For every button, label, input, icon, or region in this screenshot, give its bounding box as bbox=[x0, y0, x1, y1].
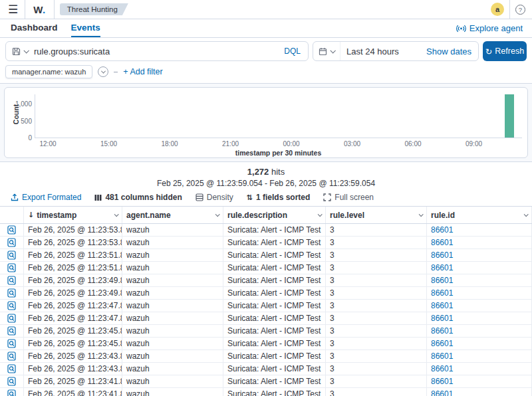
inspect-document-button[interactable] bbox=[0, 274, 24, 286]
rule-id-link[interactable]: 86601 bbox=[431, 314, 453, 323]
inspect-document-button[interactable] bbox=[0, 312, 24, 324]
rule-id-link[interactable]: 86601 bbox=[431, 364, 453, 373]
filter-pill-manager-name[interactable]: manager.name: wazuh bbox=[5, 65, 92, 78]
cell-rule-id: 86601 bbox=[427, 274, 532, 286]
header-agent-name[interactable]: agent.name bbox=[122, 207, 223, 223]
cell-agent-name: wazuh bbox=[122, 274, 223, 286]
rule-id-link[interactable]: 86601 bbox=[431, 250, 453, 260]
inspect-icon bbox=[7, 250, 16, 260]
tab-dashboard[interactable]: Dashboard bbox=[11, 19, 58, 37]
cell-rule-level: 3 bbox=[326, 363, 427, 375]
cell-rule-id: 86601 bbox=[427, 312, 532, 324]
refresh-button[interactable]: ↻ Refresh bbox=[483, 41, 527, 61]
cell-timestamp: Feb 26, 2025 @ 11:23:41.855 bbox=[24, 375, 122, 387]
inspect-document-button[interactable] bbox=[0, 375, 24, 387]
inspect-document-button[interactable] bbox=[0, 249, 24, 261]
rule-id-link[interactable]: 86601 bbox=[431, 301, 453, 310]
avatar[interactable]: a bbox=[491, 3, 504, 16]
histogram-plot[interactable]: 05001,000 bbox=[35, 94, 522, 138]
rule-id-link[interactable]: 86601 bbox=[431, 263, 453, 272]
chevron-down-icon[interactable] bbox=[419, 212, 424, 217]
header-control-column bbox=[0, 207, 24, 223]
show-dates-button[interactable]: Show dates bbox=[426, 47, 478, 56]
cell-rule-level: 3 bbox=[326, 338, 427, 349]
cell-rule-level: 3 bbox=[326, 262, 427, 274]
sort-desc-icon: ↓ bbox=[28, 211, 34, 219]
cell-rule-description: Suricata: Alert - ICMP Test bbox=[223, 262, 326, 274]
saved-query-menu[interactable] bbox=[6, 47, 34, 56]
inspect-document-button[interactable] bbox=[0, 300, 24, 312]
rule-id-link[interactable]: 86601 bbox=[431, 377, 453, 386]
cell-rule-description: Suricata: Alert - ICMP Test bbox=[223, 363, 326, 375]
inspect-document-button[interactable] bbox=[0, 262, 24, 274]
cell-timestamp: Feb 26, 2025 @ 11:23:53.874 bbox=[24, 237, 122, 248]
date-quick-menu[interactable] bbox=[313, 42, 340, 60]
inspect-icon bbox=[7, 377, 16, 386]
search-query-input[interactable]: rule.groups:suricata bbox=[34, 47, 277, 56]
wazuh-logo[interactable]: W. bbox=[31, 4, 49, 15]
rule-id-link[interactable]: 86601 bbox=[431, 238, 453, 247]
query-bar[interactable]: rule.groups:suricata DQL bbox=[5, 41, 309, 61]
time-range-value[interactable]: Last 24 hours bbox=[340, 47, 426, 56]
cell-agent-name: wazuh bbox=[122, 249, 223, 261]
cell-rule-level: 3 bbox=[326, 312, 427, 324]
rule-id-link[interactable]: 86601 bbox=[431, 326, 453, 336]
inspect-document-button[interactable] bbox=[0, 363, 24, 375]
add-filter-button[interactable]: + Add filter bbox=[123, 67, 162, 76]
rule-id-link[interactable]: 86601 bbox=[431, 351, 453, 361]
rule-id-link[interactable]: 86601 bbox=[431, 339, 453, 348]
chevron-down-icon[interactable] bbox=[215, 212, 220, 217]
inspect-icon bbox=[7, 364, 16, 373]
cell-rule-description: Suricata: Alert - ICMP Test bbox=[223, 388, 326, 396]
cell-rule-id: 86601 bbox=[427, 249, 532, 261]
header-rule-description[interactable]: rule.description bbox=[223, 207, 326, 223]
x-axis-tick: 21:00 bbox=[222, 140, 239, 148]
header-timestamp[interactable]: ↓ timestamp bbox=[24, 207, 122, 223]
cell-rule-level: 3 bbox=[326, 300, 427, 312]
x-axis-tick: 12:00 bbox=[39, 140, 56, 148]
inspect-document-button[interactable] bbox=[0, 224, 24, 236]
chevron-down-icon bbox=[330, 48, 335, 53]
chevron-down-icon[interactable] bbox=[524, 212, 529, 217]
export-formatted-button[interactable]: Export Formated bbox=[11, 193, 81, 202]
cell-rule-id: 86601 bbox=[427, 338, 532, 349]
histogram-bar[interactable] bbox=[505, 94, 514, 138]
inspect-document-button[interactable] bbox=[0, 325, 24, 337]
cell-rule-level: 3 bbox=[326, 237, 427, 248]
filter-options-icon[interactable] bbox=[98, 66, 108, 77]
inspect-document-button[interactable] bbox=[0, 237, 24, 248]
help-icon[interactable]: ? bbox=[515, 5, 525, 15]
cell-agent-name: wazuh bbox=[122, 224, 223, 236]
filter-dash bbox=[114, 72, 118, 72]
inspect-icon bbox=[7, 314, 16, 323]
inspect-document-button[interactable] bbox=[0, 338, 24, 349]
cell-rule-level: 3 bbox=[326, 375, 427, 387]
density-icon bbox=[196, 193, 203, 201]
y-axis-tick: 500 bbox=[21, 117, 32, 124]
spacer bbox=[107, 19, 456, 37]
columns-hidden-button[interactable]: 481 columns hidden bbox=[94, 193, 182, 202]
cell-rule-id: 86601 bbox=[427, 262, 532, 274]
header-rule-level[interactable]: rule.level bbox=[326, 207, 427, 223]
fields-sorted-button[interactable]: ⇅ 1 fields sorted bbox=[247, 193, 311, 202]
inspect-document-button[interactable] bbox=[0, 388, 24, 396]
explore-agent-link[interactable]: Explore agent bbox=[456, 19, 523, 37]
rule-id-link[interactable]: 86601 bbox=[431, 225, 453, 235]
rule-id-link[interactable]: 86601 bbox=[431, 276, 453, 285]
date-picker[interactable]: Last 24 hours Show dates bbox=[313, 41, 479, 61]
tab-events[interactable]: Events bbox=[71, 19, 100, 37]
breadcrumb[interactable]: Threat Hunting bbox=[60, 3, 128, 15]
rule-id-link[interactable]: 86601 bbox=[431, 389, 453, 396]
density-button[interactable]: Density bbox=[196, 193, 233, 202]
rule-id-link[interactable]: 86601 bbox=[431, 288, 453, 298]
inspect-document-button[interactable] bbox=[0, 287, 24, 299]
query-language-button[interactable]: DQL bbox=[277, 47, 308, 56]
table-row: Feb 26, 2025 @ 11:23:43.864 wazuh Surica… bbox=[0, 363, 532, 375]
full-screen-button[interactable]: Full screen bbox=[323, 193, 374, 202]
header-rule-id[interactable]: rule.id bbox=[427, 207, 532, 223]
chevron-down-icon[interactable] bbox=[114, 212, 119, 217]
menu-icon[interactable]: ☰ bbox=[7, 4, 19, 15]
chevron-down-icon[interactable] bbox=[318, 212, 323, 217]
datagrid-toolbar: Export Formated 481 columns hidden Densi… bbox=[0, 188, 532, 206]
inspect-document-button[interactable] bbox=[0, 350, 24, 362]
